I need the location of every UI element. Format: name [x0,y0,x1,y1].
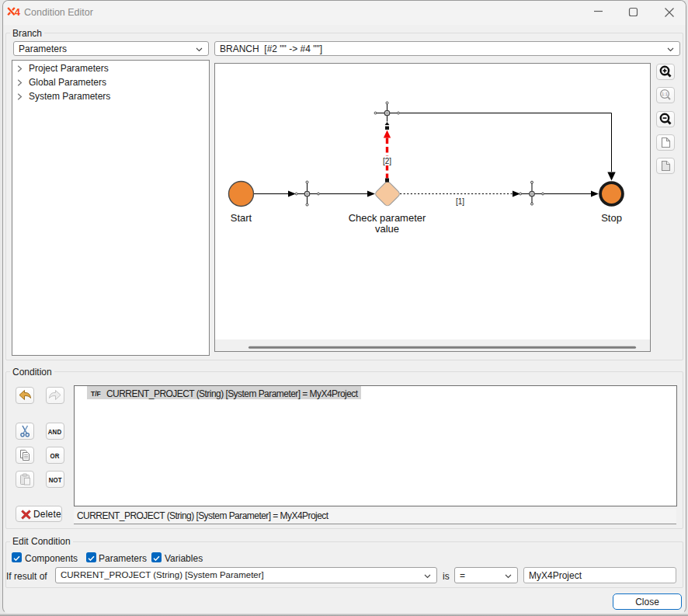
svg-text:value: value [375,223,399,235]
svg-text:[1]: [1] [456,197,464,206]
svg-text:Check parameter: Check parameter [349,212,426,224]
svg-text:[2]: [2] [383,157,391,165]
svg-text:4: 4 [15,7,21,16]
svg-text:Start: Start [231,212,252,224]
svg-text:Stop: Stop [601,212,622,224]
svg-text:1:1: 1:1 [662,92,668,96]
